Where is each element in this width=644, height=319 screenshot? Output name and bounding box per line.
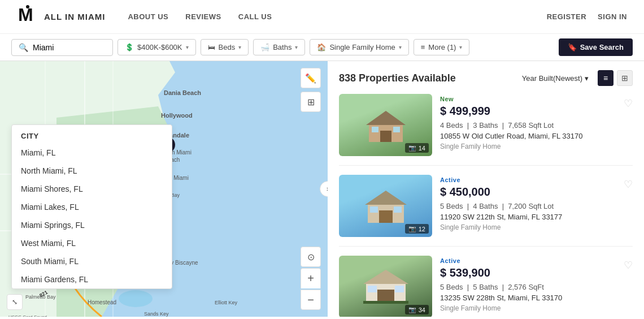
svg-rect-33 xyxy=(380,131,391,142)
svg-text:Sands Key: Sands Key xyxy=(144,311,169,317)
search-bar: 🔍 💲 $400K-$600K ▾ 🛏 Beds ▾ 🛁 Baths ▾ 🏠 S… xyxy=(0,34,644,61)
beds-filter-button[interactable]: 🛏 Beds ▾ xyxy=(201,39,249,55)
svg-point-1 xyxy=(26,5,29,8)
type-filter-button[interactable]: 🏠 Single Family Home ▾ xyxy=(310,39,408,55)
view-toggle: ≡ ⊞ xyxy=(598,70,633,86)
sort-chevron-icon: ▾ xyxy=(585,74,589,83)
status-badge-3: Active xyxy=(440,257,460,264)
price-filter-label: $400K-$600K xyxy=(137,43,182,51)
sort-select[interactable]: Year Built(Newest) ▾ xyxy=(522,74,589,83)
camera-icon-2: 📷 xyxy=(408,225,416,232)
camera-icon-3: 📷 xyxy=(408,306,416,313)
property-image-3[interactable]: 📷 34 xyxy=(339,256,432,317)
search-input-wrap[interactable]: 🔍 xyxy=(11,39,113,56)
svg-text:M: M xyxy=(18,5,34,25)
header: M ALL IN MIAMI ABOUT US REVIEWS CALL US … xyxy=(0,0,644,34)
city-item-miami-springs[interactable]: Miami Springs, FL xyxy=(12,216,172,234)
map-edit-button[interactable]: ✏️ xyxy=(301,68,321,88)
price-chevron-icon: ▾ xyxy=(186,44,189,50)
more-chevron-icon: ▾ xyxy=(459,44,462,50)
price-filter-button[interactable]: 💲 $400K-$600K ▾ xyxy=(118,39,196,55)
nav-reviews[interactable]: REVIEWS xyxy=(185,12,221,21)
status-badge-1: New xyxy=(440,96,454,102)
svg-marker-32 xyxy=(366,111,406,125)
property-price-1: $ 499,999 xyxy=(440,105,633,118)
property-type-1: Single Family Home xyxy=(440,143,633,150)
svg-rect-35 xyxy=(393,127,400,132)
more-filter-button[interactable]: ≡ More (1) ▾ xyxy=(414,39,470,55)
baths-chevron-icon: ▾ xyxy=(295,44,298,50)
price-icon: 💲 xyxy=(125,43,134,51)
property-type-2: Single Family Home xyxy=(440,223,633,231)
photo-count-3: 📷 34 xyxy=(405,305,429,314)
search-icon: 🔍 xyxy=(19,43,28,52)
city-item-west-miami[interactable]: West Miami, FL xyxy=(12,234,172,252)
property-image-2[interactable]: 📷 12 xyxy=(339,175,432,237)
main-content: City Miami, FL North Miami, FL Miami Sho… xyxy=(0,61,644,317)
logo-icon: M xyxy=(17,4,38,29)
map-zoom-in-button[interactable]: + xyxy=(301,268,321,288)
favorite-button-3[interactable]: ♡ xyxy=(624,259,633,271)
listings-header: 838 Properties Available Year Built(Newe… xyxy=(339,70,633,86)
city-item-miami-lakes[interactable]: Miami Lakes, FL xyxy=(12,198,172,216)
property-card-1: 📷 14 New $ 499,999 4 Beds | 3 Baths | 7,… xyxy=(339,94,633,166)
listings-title: 838 Properties Available xyxy=(339,72,456,84)
list-view-button[interactable]: ≡ xyxy=(598,70,613,86)
svg-text:Dania Beach: Dania Beach xyxy=(164,89,201,96)
property-card-2: 📷 12 Active $ 450,000 5 Beds | 4 Baths |… xyxy=(339,175,633,247)
house-illustration-2 xyxy=(363,189,408,223)
property-price-2: $ 450,000 xyxy=(440,186,633,199)
signin-button[interactable]: SIGN IN xyxy=(598,12,627,21)
property-details-2: 5 Beds | 4 Baths | 7,200 Sqft Lot xyxy=(440,202,633,210)
map-zoom-out-button[interactable]: − xyxy=(301,290,321,310)
search-input[interactable] xyxy=(33,43,101,52)
house-illustration-1 xyxy=(363,108,408,142)
map-locate-button[interactable]: ⊙ xyxy=(301,247,321,267)
city-item-miami-shores[interactable]: Miami Shores, FL xyxy=(12,180,172,198)
property-info-1: New $ 499,999 4 Beds | 3 Baths | 7,658 S… xyxy=(440,94,633,156)
svg-text:Homestead: Homestead xyxy=(88,299,116,305)
status-badge-2: Active xyxy=(440,176,460,183)
city-item-south-miami[interactable]: South Miami, FL xyxy=(12,252,172,270)
svg-text:Hollywood: Hollywood xyxy=(161,112,193,119)
sort-label: Year Built(Newest) xyxy=(522,74,582,83)
baths-filter-label: Baths xyxy=(273,43,291,51)
type-filter-label: Single Family Home xyxy=(329,43,395,51)
logo: M ALL IN MIAMI xyxy=(17,4,105,29)
register-button[interactable]: REGISTER xyxy=(547,12,586,21)
save-search-button[interactable]: 🔖 Save Search xyxy=(559,38,633,56)
property-price-3: $ 539,900 xyxy=(440,266,633,279)
map-controls-bottom: ⊙ + − xyxy=(301,247,321,310)
baths-filter-button[interactable]: 🛁 Baths ▾ xyxy=(253,39,305,55)
property-image-1[interactable]: 📷 14 xyxy=(339,94,432,156)
property-card-3: 📷 34 Active $ 539,900 5 Beds | 5 Baths |… xyxy=(339,256,633,317)
listings-sort: Year Built(Newest) ▾ ≡ ⊞ xyxy=(522,70,633,86)
svg-text:Palmetto Bay: Palmetto Bay xyxy=(25,294,56,300)
svg-rect-46 xyxy=(363,301,408,304)
svg-point-28 xyxy=(119,290,153,307)
baths-icon: 🛁 xyxy=(260,43,269,51)
svg-rect-40 xyxy=(394,206,402,213)
more-filter-label: More (1) xyxy=(428,43,456,51)
property-details-3: 5 Beds | 5 Baths | 2,576 SqFt xyxy=(440,283,633,291)
beds-chevron-icon: ▾ xyxy=(238,44,241,50)
favorite-button-1[interactable]: ♡ xyxy=(624,97,633,110)
beds-filter-label: Beds xyxy=(219,43,236,51)
map-expand-button[interactable]: ⤡ xyxy=(7,294,23,310)
city-item-north-miami[interactable]: North Miami, FL xyxy=(12,162,172,180)
nav-about[interactable]: ABOUT US xyxy=(128,12,168,21)
svg-marker-37 xyxy=(365,191,407,205)
city-item-miami-gardens[interactable]: Miami Gardens, FL xyxy=(12,270,172,288)
map-controls-top: ✏️ ⊞ xyxy=(301,68,321,112)
city-item-miami[interactable]: Miami, FL xyxy=(12,144,172,162)
save-search-label: Save Search xyxy=(580,43,624,51)
property-info-3: Active $ 539,900 5 Beds | 5 Baths | 2,57… xyxy=(440,256,633,317)
grid-view-button[interactable]: ⊞ xyxy=(617,70,633,86)
property-address-1: 10855 W Old Cutler Road, Miami, FL 33170 xyxy=(440,132,633,140)
map-layers-button[interactable]: ⊞ xyxy=(301,92,321,112)
nav-call[interactable]: CALL US xyxy=(238,12,272,21)
favorite-button-2[interactable]: ♡ xyxy=(624,178,633,191)
photo-count-2: 📷 12 xyxy=(405,224,429,234)
save-icon: 🔖 xyxy=(568,43,577,51)
svg-text:Elliott Key: Elliott Key xyxy=(215,300,238,305)
